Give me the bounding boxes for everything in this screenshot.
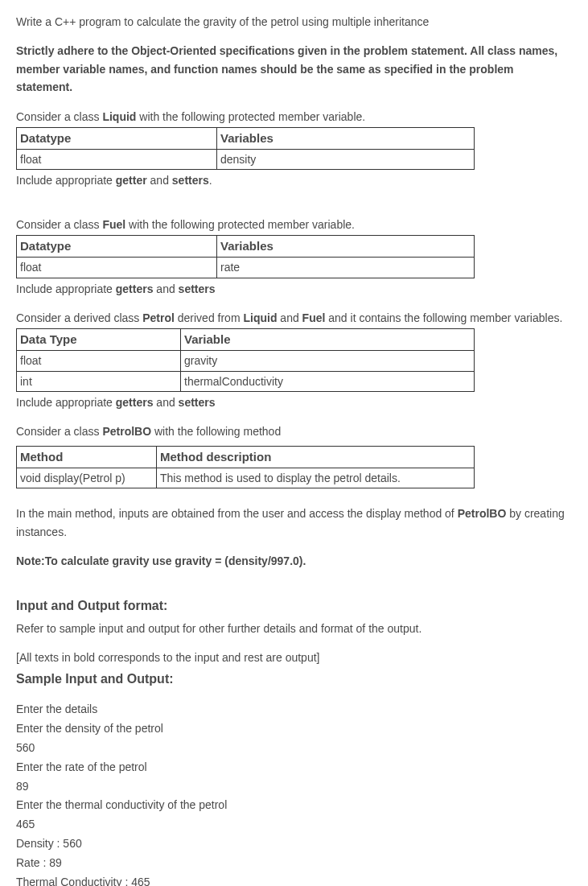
sample-line: Enter the thermal conductivity of the pe…	[16, 796, 572, 815]
sample-io-block: Enter the details Enter the density of t…	[16, 700, 572, 886]
table-row: float density	[17, 149, 475, 169]
table-row: Data Type Variable	[17, 329, 475, 351]
text: and	[153, 282, 178, 295]
text: setters	[172, 174, 209, 187]
sample-line: Rate : 89	[16, 854, 572, 873]
text: getters	[116, 282, 154, 295]
table-row: Datatype Variables	[17, 236, 475, 258]
sample-line: Thermal Conductivity : 465	[16, 873, 572, 886]
liquid-getter-setter: Include appropriate getter and setters.	[16, 171, 572, 189]
text: Consider a derived class	[16, 311, 142, 324]
sample-io-heading: Sample Input and Output:	[16, 669, 572, 690]
text: Include appropriate	[16, 174, 116, 187]
sample-line: 89	[16, 777, 572, 797]
petrol-table: Data Type Variable float gravity int the…	[16, 328, 475, 392]
table-row: int thermalConductivity	[17, 371, 475, 391]
table-header: Datatype	[17, 236, 217, 258]
sample-line: Density : 560	[16, 834, 572, 854]
intro-text: Write a C++ program to calculate the gra…	[16, 13, 572, 31]
petrol-getter-setter: Include appropriate getters and setters	[16, 394, 572, 411]
sample-line: Enter the rate of the petrol	[16, 758, 572, 777]
petrolbo-class-intro: Consider a class PetrolBO with the follo…	[16, 422, 572, 440]
table-row: void display(Petrol p) This method is us…	[17, 468, 475, 488]
text: and	[277, 311, 302, 324]
text: PetrolBO	[458, 507, 507, 520]
sample-line: Enter the density of the petrol	[16, 719, 572, 739]
table-header: Data Type	[17, 329, 181, 351]
text: Consider a class	[16, 425, 102, 438]
text: and	[147, 174, 172, 187]
text: getter	[116, 174, 147, 187]
strict-note: Strictly adhere to the Object-Oriented s…	[16, 42, 572, 96]
bold-input-note: [All texts in bold corresponds to the in…	[16, 649, 572, 666]
table-cell: float	[17, 351, 181, 371]
table-header: Variables	[217, 236, 475, 258]
gravity-formula-note: Note:To calculate gravity use gravity = …	[16, 552, 572, 570]
text: with the following protected member vari…	[125, 218, 355, 231]
text: setters	[179, 396, 216, 409]
text: derived from	[175, 311, 244, 324]
table-header: Datatype	[17, 127, 217, 149]
table-row: float gravity	[17, 351, 475, 371]
parent-fuel: Fuel	[302, 311, 326, 324]
petrolbo-table: Method Method description void display(P…	[16, 446, 475, 488]
text: In the main method, inputs are obtained …	[16, 507, 458, 520]
sample-line: Enter the details	[16, 700, 572, 719]
table-cell: float	[17, 149, 217, 169]
fuel-class-intro: Consider a class Fuel with the following…	[16, 216, 572, 233]
table-cell: gravity	[181, 351, 475, 371]
table-header: Method description	[157, 446, 475, 468]
text: setters	[179, 282, 216, 295]
text: with the following protected member vari…	[136, 110, 365, 123]
table-header: Method	[17, 446, 157, 468]
table-row: Method Method description	[17, 446, 475, 468]
io-format-heading: Input and Output format:	[16, 595, 572, 616]
class-name-fuel: Fuel	[102, 218, 125, 231]
petrol-class-intro: Consider a derived class Petrol derived …	[16, 309, 572, 327]
sample-line: 465	[16, 815, 572, 834]
table-header: Variables	[217, 127, 475, 149]
table-cell: float	[17, 258, 217, 278]
class-name-petrolbo: PetrolBO	[102, 425, 151, 438]
main-method-note: In the main method, inputs are obtained …	[16, 505, 572, 541]
fuel-getter-setter: Include appropriate getters and setters	[16, 280, 572, 298]
table-cell: int	[17, 371, 181, 391]
text: getters	[116, 396, 154, 409]
table-row: Datatype Variables	[17, 127, 475, 149]
table-cell: density	[217, 149, 475, 169]
text: and	[153, 396, 178, 409]
liquid-table: Datatype Variables float density	[16, 127, 475, 170]
text: .	[209, 174, 212, 187]
table-cell: void display(Petrol p)	[17, 468, 157, 488]
liquid-class-intro: Consider a class Liquid with the followi…	[16, 108, 572, 126]
table-cell: rate	[217, 258, 475, 278]
table-cell: thermalConductivity	[181, 371, 475, 391]
text: Consider a class	[16, 110, 102, 123]
text: Consider a class	[16, 218, 102, 231]
table-row: float rate	[17, 258, 475, 278]
text: Include appropriate	[16, 396, 116, 409]
fuel-table: Datatype Variables float rate	[16, 235, 475, 278]
parent-liquid: Liquid	[243, 311, 277, 324]
text: and it contains the following member var…	[325, 311, 562, 324]
table-header: Variable	[181, 329, 475, 351]
text: with the following method	[151, 425, 281, 438]
class-name-petrol: Petrol	[142, 311, 175, 324]
table-cell: This method is used to display the petro…	[157, 468, 475, 488]
io-format-text: Refer to sample input and output for oth…	[16, 620, 572, 637]
class-name-liquid: Liquid	[102, 110, 136, 123]
sample-line: 560	[16, 739, 572, 758]
text: Include appropriate	[16, 282, 116, 295]
